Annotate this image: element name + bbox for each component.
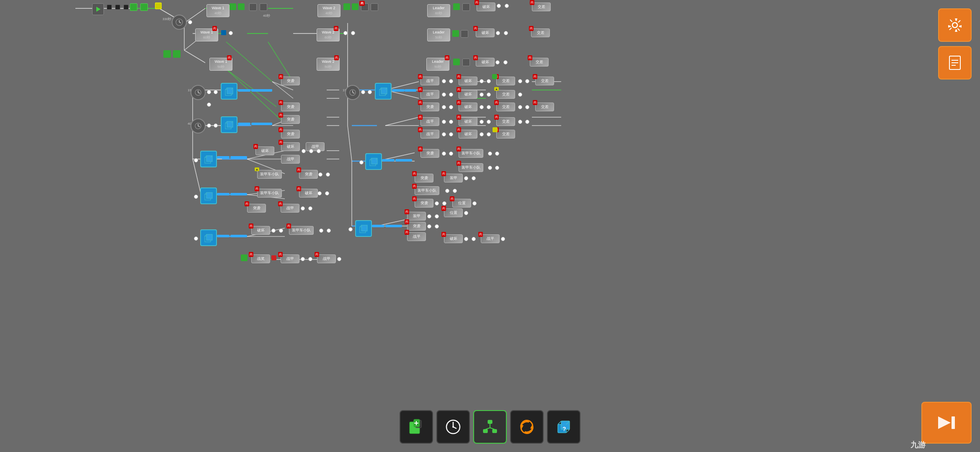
red-badge: 肉 <box>249 223 253 229</box>
action-node-weizhi-2[interactable]: 位置 <box>444 208 463 217</box>
green-node <box>163 50 171 58</box>
cube-node-1 <box>221 83 237 100</box>
action-node-pojue-6[interactable]: 破坏 <box>251 226 270 235</box>
leader-node-top[interactable]: Leader 60秒 <box>427 4 450 17</box>
action-node[interactable]: 破坏 <box>476 58 495 67</box>
action-node-tuxi-r5[interactable]: 突袭 <box>415 174 433 182</box>
red-badge: 肉 <box>278 252 283 257</box>
connector-dot <box>361 90 365 94</box>
action-node-pojue-5[interactable]: 破坏 <box>299 189 318 198</box>
action-node-tuxi-3[interactable]: 突袭 <box>281 115 300 124</box>
action-node-zhanping-bottom[interactable]: 战平 <box>481 234 500 243</box>
action-node-pojue-3[interactable]: 破坏 <box>459 103 477 111</box>
action-node-tuxi-r6[interactable]: 突袭 <box>415 199 433 208</box>
action-node-tuxi-r7[interactable]: 装甲 <box>407 212 426 221</box>
red-badge: 肉 <box>456 115 461 120</box>
action-node[interactable]: 交差 <box>530 58 549 67</box>
red-badge: 肉 <box>412 184 417 189</box>
leader-node-2[interactable]: Leader 50秒 <box>427 28 450 41</box>
svg-line-116 <box>205 193 206 194</box>
action-node-pojue-bottom2[interactable]: 破坏 <box>444 234 463 243</box>
action-node-jiacha-r3[interactable]: 交差 <box>496 130 515 139</box>
action-node-jiacha-right[interactable]: 交差 <box>496 77 515 85</box>
green-node <box>453 59 460 65</box>
document-button[interactable] <box>938 46 972 80</box>
action-node-zhuangjia-r[interactable]: 装甲车小队 <box>459 149 483 158</box>
red-badge: 肉 <box>456 100 461 105</box>
action-node-pojue-r3[interactable]: 破坏 <box>459 130 477 139</box>
action-node-zhuangjia-r2[interactable]: 装甲 <box>444 174 463 182</box>
action-node-zhanping[interactable]: 战平 <box>420 77 439 85</box>
action-node-zhanjia-bottom[interactable]: 战甲 <box>317 254 336 263</box>
connector-dot <box>214 123 218 128</box>
connector-dot <box>525 79 529 83</box>
svg-line-108 <box>205 156 206 157</box>
red-badge: 肉 <box>418 146 423 152</box>
action-node-pojue-right[interactable]: 破坏 <box>459 77 477 85</box>
bottom-right-action-button[interactable] <box>921 402 972 444</box>
action-node-pojue-bottom[interactable]: 战奖 <box>251 254 270 263</box>
action-node-weizhi[interactable]: 位置 <box>452 199 471 208</box>
action-node-pojue[interactable]: 破坏 <box>477 3 495 11</box>
wave2-node-top[interactable]: Wave 2 40秒 <box>317 4 340 17</box>
action-node-zhanping-r2[interactable]: 战平 <box>420 117 439 126</box>
connector-node <box>115 5 120 10</box>
action-node-pojue-mid[interactable]: 破坏 <box>281 142 300 151</box>
action-node-jiacha[interactable]: 交差 <box>532 3 551 11</box>
action-node-zhuangche-2[interactable]: 装甲车小队 <box>257 189 282 198</box>
settings-button[interactable] <box>938 8 972 42</box>
action-node-pojue-2[interactable]: 破坏 <box>459 90 477 99</box>
action-node[interactable]: 破坏 <box>476 28 495 37</box>
svg-line-101 <box>198 126 200 127</box>
red-badge: 肉 <box>441 206 446 211</box>
blue-connector <box>372 225 384 227</box>
action-node-zhanping-2[interactable]: 战平 <box>420 90 439 99</box>
connector-dot <box>480 120 484 124</box>
action-node-jiacha-r2[interactable]: 交差 <box>496 117 515 126</box>
connector-dot <box>503 60 508 64</box>
play-button[interactable] <box>92 3 104 15</box>
action-node[interactable]: 交差 <box>531 28 550 37</box>
action-node-tuxi-2[interactable]: 突袭 <box>281 103 300 111</box>
action-node-zhanping-r3[interactable]: 战平 <box>420 130 439 139</box>
action-node-jiacha-2[interactable]: 交差 <box>496 90 515 99</box>
red-badge: 肉 <box>297 167 301 172</box>
action-node-zhuangche[interactable]: 装甲车小队 <box>257 170 282 179</box>
action-node-pojue-r2[interactable]: 破坏 <box>459 117 477 126</box>
action-node-zhuanjia-bottom[interactable]: 战甲 <box>281 254 299 263</box>
action-node-pojue-4[interactable]: 破坏 <box>255 146 274 155</box>
yellow-node <box>155 3 162 9</box>
action-node-zhuangche-r2[interactable]: 装甲车小队 <box>415 186 439 195</box>
wave1-node-top[interactable]: Wave 1 40秒 <box>206 4 230 17</box>
action-node-zhuangche-3[interactable]: 装甲车小队 <box>289 226 314 235</box>
connector-dot <box>207 90 211 94</box>
tree-button[interactable] <box>473 410 507 444</box>
connector-dot <box>301 257 305 261</box>
action-node-pojue-r7[interactable]: 突袭 <box>407 222 426 231</box>
connector-dot <box>445 189 449 193</box>
refresh-button[interactable] <box>510 410 544 444</box>
action-node-zhanping-r7[interactable]: 战平 <box>407 232 426 241</box>
clock-button[interactable] <box>436 410 470 444</box>
add-file-button[interactable] <box>400 410 433 444</box>
red-badge: 肉 <box>359 1 365 6</box>
action-node-tuxi-r4[interactable]: 突袭 <box>420 149 439 158</box>
svg-line-104 <box>225 121 227 123</box>
action-node-zhuangche-r[interactable]: 装甲车小队 <box>459 163 483 172</box>
action-node-tuxi-1[interactable]: 突袭 <box>281 77 300 85</box>
action-node-zhuangjia[interactable]: 战甲 <box>306 142 325 151</box>
action-node-jiacha-3[interactable]: 交差 <box>496 103 515 111</box>
cube-question-button[interactable]: ? <box>547 410 580 444</box>
action-node-extra[interactable]: 交差 <box>535 77 554 85</box>
svg-point-146 <box>952 23 957 28</box>
action-node-tuxi-5[interactable]: 突袭 <box>299 170 318 179</box>
dark-node <box>461 30 468 38</box>
red-badge: 肉 <box>418 127 423 132</box>
action-node-tuxi-6[interactable]: 突袭 <box>247 204 266 213</box>
action-node-zhanjia-2[interactable]: 战甲 <box>281 155 300 164</box>
svg-line-122 <box>360 225 361 227</box>
action-node-tuxi-4[interactable]: 突袭 <box>281 130 300 139</box>
action-node-tuxi-right[interactable]: 突袭 <box>420 103 439 111</box>
action-node-zhanjia-3[interactable]: 战甲 <box>281 204 299 213</box>
action-node-extra-2[interactable]: 交差 <box>535 103 554 111</box>
